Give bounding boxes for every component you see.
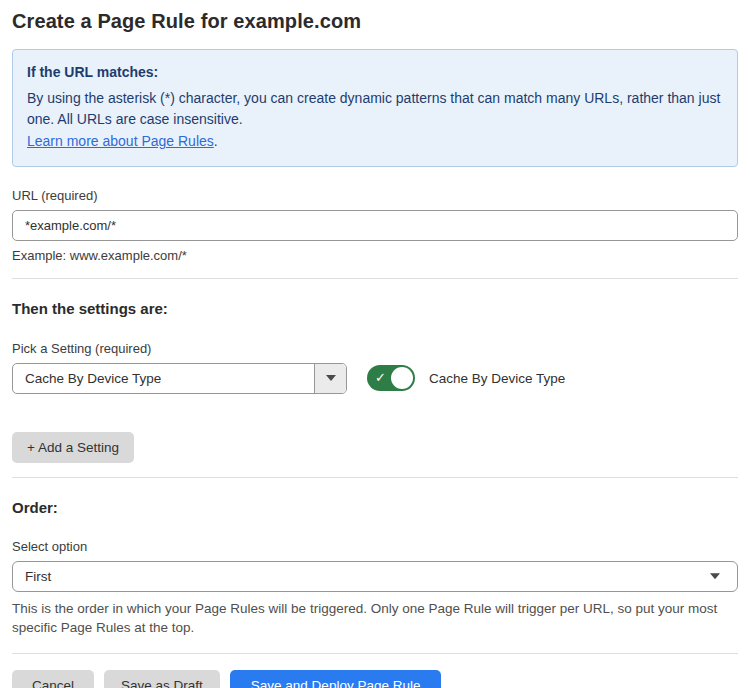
cancel-button[interactable]: Cancel	[12, 670, 94, 688]
page-title: Create a Page Rule for example.com	[12, 10, 738, 33]
link-suffix: .	[214, 133, 218, 149]
divider	[12, 653, 738, 654]
info-box-heading: If the URL matches:	[27, 62, 723, 84]
setting-select-arrow-button[interactable]	[314, 364, 346, 393]
order-select-value: First	[25, 569, 51, 584]
order-help-text: This is the order in which your Page Rul…	[12, 599, 732, 638]
cache-device-toggle[interactable]: ✓	[367, 365, 415, 391]
settings-section-heading: Then the settings are:	[12, 300, 738, 317]
url-field-label: URL (required)	[12, 188, 738, 203]
footer-actions: Cancel Save as Draft Save and Deploy Pag…	[12, 670, 738, 688]
order-select-label: Select option	[12, 539, 738, 554]
save-as-draft-button[interactable]: Save as Draft	[104, 670, 220, 688]
check-icon: ✓	[375, 371, 386, 384]
info-box-body: By using the asterisk (*) character, you…	[27, 88, 723, 131]
learn-more-link[interactable]: Learn more about Page Rules	[27, 133, 214, 149]
url-example-hint: Example: www.example.com/*	[12, 248, 738, 263]
toggle-knob	[391, 367, 413, 389]
create-page-rule-form: Create a Page Rule for example.com If th…	[0, 0, 750, 688]
pick-setting-label: Pick a Setting (required)	[12, 341, 738, 356]
chevron-down-icon	[710, 574, 720, 580]
url-match-info-box: If the URL matches: By using the asteris…	[12, 49, 738, 167]
url-input[interactable]	[12, 210, 738, 241]
toggle-label: Cache By Device Type	[429, 371, 565, 386]
save-and-deploy-button[interactable]: Save and Deploy Page Rule	[230, 670, 442, 688]
divider	[12, 477, 738, 478]
order-select[interactable]: First	[12, 561, 738, 592]
divider	[12, 278, 738, 279]
setting-select[interactable]: Cache By Device Type	[12, 363, 347, 394]
info-link-line: Learn more about Page Rules.	[27, 131, 723, 153]
add-setting-button[interactable]: + Add a Setting	[12, 432, 134, 463]
chevron-down-icon	[326, 375, 336, 381]
setting-select-value: Cache By Device Type	[13, 364, 314, 393]
setting-row: Cache By Device Type ✓ Cache By Device T…	[12, 363, 738, 394]
order-section-heading: Order:	[12, 499, 738, 516]
